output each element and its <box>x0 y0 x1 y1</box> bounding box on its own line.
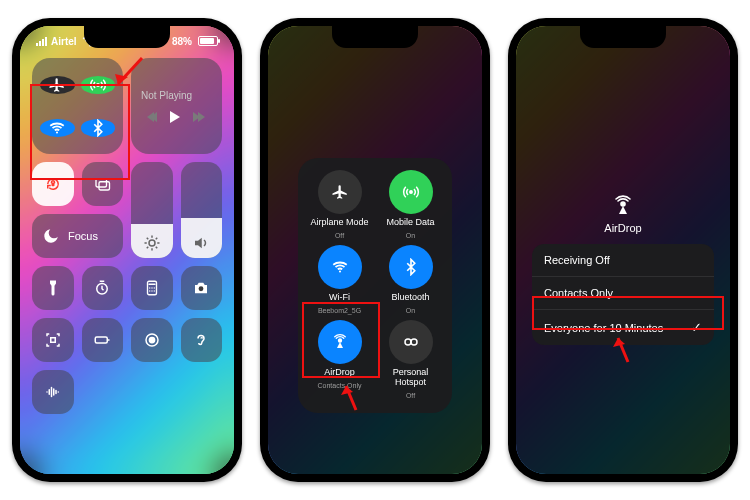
hotspot-icon <box>402 333 420 351</box>
wifi-icon <box>331 258 349 276</box>
focus-label: Focus <box>68 230 98 242</box>
annotation-arrow-3 <box>608 332 638 366</box>
airdrop-option-contacts[interactable]: Contacts Only <box>532 276 714 309</box>
wifi-icon <box>48 119 66 137</box>
svg-point-2 <box>56 131 58 133</box>
record-icon <box>143 331 161 349</box>
airdrop-icon <box>611 194 635 218</box>
checkmark-icon: ✓ <box>691 320 702 335</box>
ear-icon <box>192 331 210 349</box>
code-scanner-tile[interactable] <box>32 318 74 362</box>
bluetooth-icon <box>402 258 420 276</box>
sound-recognition-tile[interactable] <box>32 370 74 414</box>
camera-icon <box>192 279 210 297</box>
svg-point-17 <box>405 339 411 345</box>
rewind-icon[interactable] <box>149 112 155 122</box>
hearing-tile[interactable] <box>181 318 223 362</box>
antenna-icon <box>89 76 107 94</box>
wifi-status: Beebom2_5G <box>318 307 361 314</box>
screen-mirroring-tile[interactable] <box>82 162 124 206</box>
svg-point-18 <box>411 339 417 345</box>
svg-point-6 <box>149 240 155 246</box>
camera-tile[interactable] <box>181 266 223 310</box>
airplane-label: Airplane Mode <box>310 218 368 228</box>
low-power-tile[interactable] <box>82 318 124 362</box>
svg-point-19 <box>621 202 625 206</box>
carrier-label: Airtel <box>51 36 77 47</box>
airplane-cell[interactable]: Airplane Mode Off <box>306 170 373 239</box>
svg-point-1 <box>97 83 99 85</box>
timer-tile[interactable] <box>82 266 124 310</box>
svg-point-15 <box>338 270 340 272</box>
tutorial-three-panel: Airtel 88% Not Playing <box>0 0 750 500</box>
option-label: Receiving Off <box>544 254 610 266</box>
play-icon[interactable] <box>170 111 180 123</box>
hotspot-cell[interactable]: Personal Hotspot Off <box>377 320 444 399</box>
rotation-lock-tile[interactable] <box>32 162 74 206</box>
battery-label: 88% <box>172 36 192 47</box>
volume-slider[interactable] <box>181 162 223 258</box>
airdrop-option-off[interactable]: Receiving Off <box>532 244 714 276</box>
bluetooth-toggle[interactable] <box>81 119 116 137</box>
airdrop-menu: AirDrop Receiving Off Contacts Only Ever… <box>532 194 714 345</box>
svg-point-14 <box>409 191 411 193</box>
calculator-tile[interactable] <box>131 266 173 310</box>
svg-rect-5 <box>99 182 110 190</box>
svg-rect-4 <box>96 179 107 187</box>
svg-rect-10 <box>51 338 56 343</box>
waveform-icon <box>44 383 62 401</box>
airplane-icon <box>331 183 349 201</box>
notch <box>580 26 666 48</box>
svg-rect-11 <box>96 337 108 343</box>
svg-point-13 <box>149 337 154 342</box>
svg-point-9 <box>199 286 204 291</box>
bluetooth-status: On <box>406 307 415 314</box>
media-title: Not Playing <box>141 90 212 101</box>
focus-tile[interactable]: Focus <box>32 214 123 258</box>
bluetooth-cell[interactable]: Bluetooth On <box>377 245 444 314</box>
airdrop-menu-title: AirDrop <box>604 222 641 234</box>
airplane-status: Off <box>335 232 344 239</box>
notch <box>84 26 170 48</box>
mobile-label: Mobile Data <box>386 218 434 228</box>
mobile-cell[interactable]: Mobile Data On <box>377 170 444 239</box>
screen-record-tile[interactable] <box>131 318 173 362</box>
sun-icon <box>143 234 161 252</box>
phone-1: Airtel 88% Not Playing <box>12 18 242 482</box>
antenna-icon <box>402 183 420 201</box>
wifi-label: Wi-Fi <box>329 293 350 303</box>
hotspot-status: Off <box>406 392 415 399</box>
airdrop-icon <box>331 333 349 351</box>
calculator-icon <box>143 279 161 297</box>
annotation-arrow-1 <box>108 54 148 94</box>
mobile-status: On <box>406 232 415 239</box>
option-label: Everyone for 10 Minutes <box>544 322 663 334</box>
mirroring-icon <box>93 175 111 193</box>
airplane-icon <box>48 76 66 94</box>
phone-3: AirDrop Receiving Off Contacts Only Ever… <box>508 18 738 482</box>
connectivity-sheet: Airplane Mode Off Mobile Data On Wi-Fi B… <box>298 158 452 413</box>
flashlight-icon <box>44 279 62 297</box>
battery-icon <box>198 36 218 46</box>
moon-icon <box>42 227 60 245</box>
option-label: Contacts Only <box>544 287 613 299</box>
hotspot-label: Personal Hotspot <box>377 368 444 388</box>
brightness-slider[interactable] <box>131 162 173 258</box>
speaker-icon <box>192 234 210 252</box>
forward-icon[interactable] <box>195 112 205 122</box>
timer-icon <box>93 279 111 297</box>
signal-icon <box>36 37 47 46</box>
qr-icon <box>44 331 62 349</box>
notch <box>332 26 418 48</box>
airplane-toggle[interactable] <box>40 76 75 94</box>
airdrop-label: AirDrop <box>324 368 355 378</box>
battery-icon-tile <box>93 331 111 349</box>
wifi-cell[interactable]: Wi-Fi Beebom2_5G <box>306 245 373 314</box>
svg-point-16 <box>338 339 341 342</box>
annotation-arrow-2 <box>338 380 368 414</box>
flashlight-tile[interactable] <box>32 266 74 310</box>
rotation-lock-icon <box>44 175 62 193</box>
wifi-toggle[interactable] <box>40 119 75 137</box>
bluetooth-label: Bluetooth <box>391 293 429 303</box>
bluetooth-icon <box>89 119 107 137</box>
